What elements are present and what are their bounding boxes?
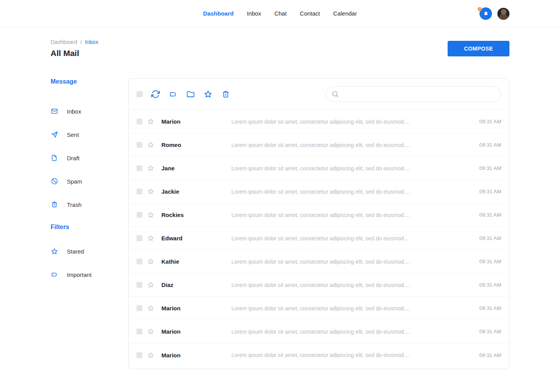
mail-time: 09:31 AM <box>479 282 501 288</box>
row-checkbox[interactable] <box>136 235 142 241</box>
mail-row[interactable]: Marion Lorem ipsum dolor sit amet, conse… <box>129 320 509 343</box>
file-icon <box>51 154 58 162</box>
sidebar-item-label: Sent <box>67 131 79 138</box>
mail-preview: Lorem ipsum dolor sit amet, consectetur … <box>231 165 473 172</box>
star-icon[interactable] <box>147 164 154 172</box>
mail-time: 09:31 AM <box>479 165 501 171</box>
row-checkbox[interactable] <box>136 212 142 218</box>
sidebar-heading-filters: Filters <box>51 224 128 231</box>
mail-toolbar <box>129 79 509 110</box>
row-checkbox[interactable] <box>136 165 142 171</box>
star-icon[interactable] <box>147 118 154 125</box>
mail-list: Marion Lorem ipsum dolor sit amet, conse… <box>129 110 509 367</box>
sidebar-item-label: Trash <box>67 201 82 208</box>
select-all-checkbox[interactable] <box>136 91 143 97</box>
tag-icon <box>51 271 58 278</box>
main-nav: Dashboard Inbox Chat Contact Calendar <box>203 10 357 17</box>
nav-item-dashboard[interactable]: Dashboard <box>203 10 233 17</box>
mail-row[interactable]: Marion Lorem ipsum dolor sit amet, conse… <box>129 343 509 367</box>
sidebar-heading-message: Message <box>51 78 128 86</box>
sidebar-item-label: Stared <box>67 248 84 255</box>
compose-button[interactable]: COMPOSE <box>448 41 509 56</box>
mail-time: 09:31 AM <box>479 119 501 124</box>
sidebar-item-spam[interactable]: Spam <box>51 170 128 193</box>
sidebar-item-trash[interactable]: Trash <box>51 193 128 216</box>
row-checkbox[interactable] <box>136 142 142 148</box>
mail-sender: Marion <box>161 305 231 312</box>
row-checkbox[interactable] <box>136 352 142 358</box>
page-title: All Mail <box>51 49 98 58</box>
star-icon[interactable] <box>203 89 213 99</box>
mail-row[interactable]: Jane Lorem ipsum dolor sit amet, consect… <box>129 157 509 180</box>
mail-row[interactable]: Diaz Lorem ipsum dolor sit amet, consect… <box>129 273 509 297</box>
row-checkbox[interactable] <box>136 189 142 194</box>
row-checkbox[interactable] <box>136 305 142 311</box>
star-icon[interactable] <box>147 352 154 359</box>
mail-preview: Lorem ipsum dolor sit amet, consectetur … <box>231 305 473 312</box>
notification-badge-dot <box>478 7 482 11</box>
sidebar-item-stared[interactable]: Stared <box>51 240 128 263</box>
mail-row[interactable]: Rockies Lorem ipsum dolor sit amet, cons… <box>129 203 509 227</box>
breadcrumb-dashboard[interactable]: Dashboard <box>51 39 77 45</box>
trash-icon[interactable] <box>221 89 230 99</box>
tag-icon[interactable] <box>168 89 178 99</box>
row-checkbox[interactable] <box>136 259 142 264</box>
sidebar-item-label: Inbox <box>67 108 81 115</box>
page-header: Dashboard / Inbox All Mail COMPOSE <box>51 39 509 58</box>
mail-row[interactable]: Marion Lorem ipsum dolor sit amet, conse… <box>129 110 509 133</box>
star-icon[interactable] <box>147 304 154 312</box>
mail-row[interactable]: Marion Lorem ipsum dolor sit amet, conse… <box>129 297 509 320</box>
folder-icon[interactable] <box>186 89 195 99</box>
mail-row[interactable]: Edward Lorem ipsum dolor sit amet, conse… <box>129 227 509 250</box>
mail-preview: Lorem ipsum dolor sit amet, consectetur … <box>231 282 473 288</box>
search-input[interactable] <box>343 91 495 97</box>
mail-sender: Romeo <box>161 142 231 148</box>
sidebar-item-sent[interactable]: Sent <box>51 123 128 146</box>
star-icon[interactable] <box>147 141 154 149</box>
mail-sender: Rockies <box>161 212 231 218</box>
nav-item-chat[interactable]: Chat <box>274 10 287 17</box>
nav-item-inbox[interactable]: Inbox <box>247 10 261 17</box>
notifications-button[interactable] <box>480 7 492 20</box>
search-box[interactable] <box>326 86 501 102</box>
mail-row[interactable]: Romeo Lorem ipsum dolor sit amet, consec… <box>129 133 509 157</box>
star-icon[interactable] <box>147 211 154 219</box>
user-avatar[interactable] <box>497 8 509 20</box>
search-icon <box>331 90 339 98</box>
breadcrumb-inbox[interactable]: Inbox <box>85 39 98 45</box>
mail-time: 09:31 AM <box>479 352 501 358</box>
mail-sender: Kathie <box>161 258 231 265</box>
row-checkbox[interactable] <box>136 119 142 124</box>
refresh-icon[interactable] <box>151 89 160 99</box>
star-icon[interactable] <box>147 281 154 289</box>
star-icon[interactable] <box>147 328 154 335</box>
nav-item-contact[interactable]: Contact <box>300 10 320 17</box>
mail-time: 09:31 AM <box>479 259 501 264</box>
mail-preview: Lorem ipsum dolor sit amet, consectetur … <box>231 189 473 195</box>
mail-preview: Lorem ipsum dolor sit amet, consectetur … <box>231 352 473 358</box>
mail-time: 09:31 AM <box>479 235 501 241</box>
star-icon[interactable] <box>147 258 154 265</box>
row-checkbox[interactable] <box>136 329 142 334</box>
mail-preview: Lorem ipsum dolor sit amet, consectetur … <box>231 259 473 265</box>
mail-row[interactable]: Kathie Lorem ipsum dolor sit amet, conse… <box>129 250 509 273</box>
mail-row[interactable]: Jackie Lorem ipsum dolor sit amet, conse… <box>129 180 509 203</box>
row-checkbox[interactable] <box>136 282 142 288</box>
sidebar-item-draft[interactable]: Draft <box>51 146 128 170</box>
sidebar: Message Inbox Sent <box>51 78 128 286</box>
mail-time: 09:31 AM <box>479 329 501 334</box>
ban-icon <box>51 177 58 185</box>
sidebar-item-inbox[interactable]: Inbox <box>51 100 128 123</box>
mail-sender: Edward <box>161 235 231 242</box>
sidebar-item-important[interactable]: Important <box>51 263 128 286</box>
mail-sender: Jackie <box>161 188 231 195</box>
mail-sender: Jane <box>161 165 231 172</box>
mail-time: 09:31 AM <box>479 305 501 311</box>
star-icon[interactable] <box>147 188 154 195</box>
star-icon[interactable] <box>147 234 154 242</box>
mail-preview: Lorem ipsum dolor sit amet, consectetur … <box>231 235 473 242</box>
nav-item-calendar[interactable]: Calendar <box>333 10 357 17</box>
top-navigation-bar: Dashboard Inbox Chat Contact Calendar <box>0 0 560 27</box>
send-icon <box>51 131 58 138</box>
mail-sender: Marion <box>161 328 231 335</box>
